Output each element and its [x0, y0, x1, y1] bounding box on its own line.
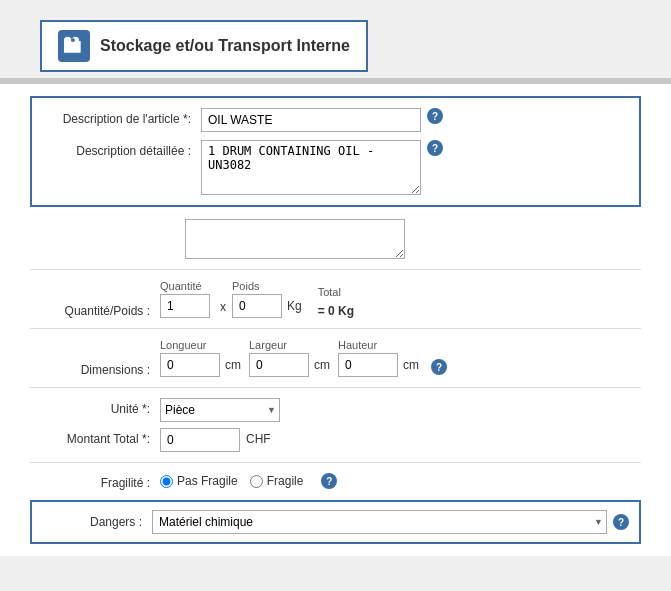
article-input[interactable] — [201, 108, 421, 132]
poids-sub-label: Poids — [232, 280, 302, 292]
largeur-input[interactable] — [249, 353, 309, 377]
unite-label: Unité *: — [30, 398, 160, 416]
dangers-help-icon[interactable]: ? — [613, 514, 629, 530]
description-textarea[interactable]: 1 DRUM CONTAINING OIL - UN3082 — [201, 140, 421, 195]
fragilite-row: Fragilité : Pas Fragile Fragile ? — [30, 473, 641, 490]
outer-top: Stockage et/ou Transport Interne — [0, 0, 671, 72]
hauteur-group: Hauteur cm — [338, 339, 419, 377]
description-label: Description détaillée : — [46, 140, 201, 158]
page-title: Stockage et/ou Transport Interne — [100, 37, 350, 55]
quantite-group: Quantité — [160, 280, 210, 318]
total-group: Total = 0 Kg — [318, 286, 354, 318]
extra-textarea[interactable] — [185, 219, 405, 259]
separator-2 — [30, 328, 641, 329]
pas-fragile-radio[interactable] — [160, 475, 173, 488]
description-section: Description de l'article *: ? Descriptio… — [30, 96, 641, 207]
separator-4 — [30, 462, 641, 463]
pas-fragile-option[interactable]: Pas Fragile — [160, 474, 238, 488]
dimensions-help-icon[interactable]: ? — [431, 359, 447, 375]
hauteur-input-group: cm — [338, 353, 419, 377]
white-section: Description de l'article *: ? Descriptio… — [0, 84, 671, 556]
dangers-section: Dangers : Matériel chimique Explosif Inf… — [30, 500, 641, 544]
quantite-poids-row: Quantité/Poids : Quantité x Poids Kg Tot… — [30, 280, 641, 318]
longueur-group: Longueur cm — [160, 339, 241, 377]
quantite-input[interactable] — [160, 294, 210, 318]
extra-textarea-row — [30, 219, 641, 259]
poids-group: Poids Kg — [232, 280, 302, 318]
poids-unit: Kg — [287, 299, 302, 313]
longueur-unit: cm — [225, 358, 241, 372]
quantite-sub-label: Quantité — [160, 280, 210, 292]
longueur-sub-label: Longueur — [160, 339, 241, 351]
fragilite-help-icon[interactable]: ? — [321, 473, 337, 489]
quantite-poids-label: Quantité/Poids : — [30, 284, 160, 318]
app-icon — [58, 30, 90, 62]
fragilite-radio-group: Pas Fragile Fragile ? — [160, 473, 337, 489]
fragile-option[interactable]: Fragile — [250, 474, 304, 488]
qp-controls: Quantité x Poids Kg Total = 0 Kg — [160, 280, 358, 318]
pas-fragile-label: Pas Fragile — [177, 474, 238, 488]
fragile-label: Fragile — [267, 474, 304, 488]
poids-input-group: Kg — [232, 294, 302, 318]
montant-row: Montant Total *: CHF — [30, 428, 641, 452]
montant-label: Montant Total *: — [30, 428, 160, 446]
hauteur-sub-label: Hauteur — [338, 339, 419, 351]
longueur-input[interactable] — [160, 353, 220, 377]
description-help-icon[interactable]: ? — [427, 140, 443, 156]
montant-input[interactable] — [160, 428, 240, 452]
unite-row: Unité *: Pièce Kg L m — [30, 398, 641, 422]
hauteur-unit: cm — [403, 358, 419, 372]
separator-1 — [30, 269, 641, 270]
dimensions-label: Dimensions : — [30, 343, 160, 377]
dim-controls: Longueur cm Largeur cm Hauteur — [160, 339, 447, 377]
multiply-symbol: x — [218, 300, 228, 314]
app-container: Stockage et/ou Transport Interne Descrip… — [0, 0, 671, 591]
largeur-input-group: cm — [249, 353, 330, 377]
article-help-icon[interactable]: ? — [427, 108, 443, 124]
separator-3 — [30, 387, 641, 388]
total-sub-label: Total — [318, 286, 354, 298]
largeur-group: Largeur cm — [249, 339, 330, 377]
longueur-input-group: cm — [160, 353, 241, 377]
article-label: Description de l'article *: — [46, 108, 201, 126]
dangers-select-wrapper: Matériel chimique Explosif Inflammable T… — [152, 510, 607, 534]
unite-select-wrapper: Pièce Kg L m — [160, 398, 280, 422]
dangers-label: Dangers : — [42, 515, 152, 529]
dangers-select[interactable]: Matériel chimique Explosif Inflammable T… — [152, 510, 607, 534]
montant-currency: CHF — [246, 428, 271, 446]
unite-select[interactable]: Pièce Kg L m — [160, 398, 280, 422]
fragilite-label: Fragilité : — [30, 473, 160, 490]
total-value: = 0 Kg — [318, 300, 354, 318]
poids-input[interactable] — [232, 294, 282, 318]
hauteur-input[interactable] — [338, 353, 398, 377]
title-bar: Stockage et/ou Transport Interne — [40, 20, 368, 72]
description-row: Description détaillée : 1 DRUM CONTAININ… — [46, 140, 625, 195]
largeur-unit: cm — [314, 358, 330, 372]
article-row: Description de l'article *: ? — [46, 108, 625, 132]
storage-icon — [64, 36, 84, 56]
dimensions-row: Dimensions : Longueur cm Largeur cm — [30, 339, 641, 377]
fragile-radio[interactable] — [250, 475, 263, 488]
largeur-sub-label: Largeur — [249, 339, 330, 351]
